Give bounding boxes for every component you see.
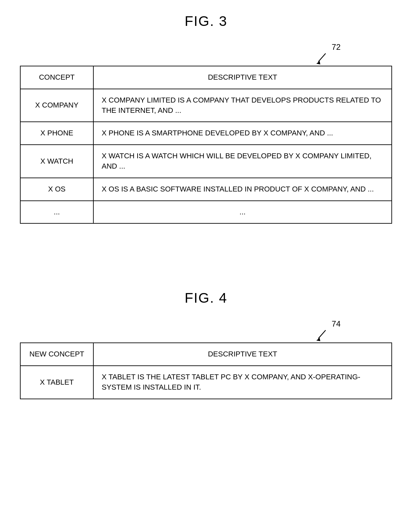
fig3-reference-number: 72	[332, 42, 341, 52]
fig3-row5-concept: ...	[20, 201, 93, 224]
table-row: X WATCH X WATCH IS A WATCH WHICH WILL BE…	[20, 145, 392, 178]
fig3-row3-desc: X WATCH IS A WATCH WHICH WILL BE DEVELOP…	[93, 145, 392, 178]
fig3-table: CONCEPT DESCRIPTIVE TEXT X COMPANY X COM…	[20, 66, 392, 224]
fig3-row3-concept: X WATCH	[20, 145, 93, 178]
fig4-row1-desc: X TABLET IS THE LATEST TABLET PC BY X CO…	[93, 366, 392, 399]
fig4-reference-container: 74	[20, 319, 392, 342]
fig4-reference-number: 74	[332, 319, 341, 329]
table-row: X COMPANY X COMPANY LIMITED IS A COMPANY…	[20, 89, 392, 122]
section-gap	[20, 230, 392, 290]
fig3-reference-container: 72	[20, 42, 392, 66]
fig4-section: FIG. 4 74 NEW CONCEPT DESCRIPTIVE TEXT X…	[20, 290, 392, 399]
fig4-arrow-icon	[316, 329, 329, 343]
fig3-row4-concept: X OS	[20, 178, 93, 201]
fig3-concept-header: CONCEPT	[20, 66, 93, 89]
fig3-row4-desc: X OS IS A BASIC SOFTWARE INSTALLED IN PR…	[93, 178, 392, 201]
table-row: ... ...	[20, 201, 392, 224]
fig3-row1-concept: X COMPANY	[20, 89, 93, 122]
table-row: X OS X OS IS A BASIC SOFTWARE INSTALLED …	[20, 178, 392, 201]
fig3-row2-concept: X PHONE	[20, 122, 93, 145]
fig4-table: NEW CONCEPT DESCRIPTIVE TEXT X TABLET X …	[20, 342, 392, 399]
fig3-desc-header: DESCRIPTIVE TEXT	[93, 66, 392, 89]
fig3-title: FIG. 3	[20, 13, 392, 29]
fig4-concept-header: NEW CONCEPT	[20, 343, 93, 366]
fig4-title: FIG. 4	[20, 290, 392, 306]
fig4-row1-concept: X TABLET	[20, 366, 93, 399]
table-row: X TABLET X TABLET IS THE LATEST TABLET P…	[20, 366, 392, 399]
table-row: X PHONE X PHONE IS A SMARTPHONE DEVELOPE…	[20, 122, 392, 145]
fig3-row2-desc: X PHONE IS A SMARTPHONE DEVELOPED BY X C…	[93, 122, 392, 145]
svg-line-2	[318, 330, 326, 339]
fig3-row1-desc: X COMPANY LIMITED IS A COMPANY THAT DEVE…	[93, 89, 392, 122]
fig4-desc-header: DESCRIPTIVE TEXT	[93, 343, 392, 366]
fig3-header-row: CONCEPT DESCRIPTIVE TEXT	[20, 66, 392, 89]
fig3-arrow-icon	[316, 52, 329, 66]
fig4-header-row: NEW CONCEPT DESCRIPTIVE TEXT	[20, 343, 392, 366]
fig3-row5-desc: ...	[93, 201, 392, 224]
svg-line-0	[318, 53, 326, 62]
